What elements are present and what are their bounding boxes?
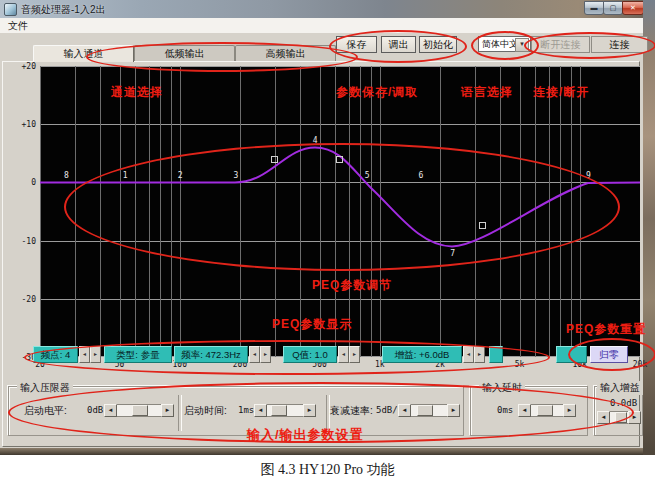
eq-band-marker[interactable]: 8 [64,171,69,180]
annotation-peq-adjust: PEQ参数调节 [312,277,392,294]
arrow-right-icon[interactable]: ► [260,346,271,363]
slider-track[interactable] [531,404,563,417]
initialize-button[interactable]: 初始化 [419,36,457,53]
arrow-right-icon[interactable]: ► [474,346,485,363]
slider-thumb[interactable] [417,405,433,416]
eq-band-marker[interactable]: 9 [586,171,591,180]
eq-curve [40,66,640,357]
slider-track[interactable] [610,411,628,424]
save-button[interactable]: 保存 [336,36,377,53]
y-tick-label: 0 [14,178,36,187]
annotation-channel-select: 通道选择 [111,84,163,101]
delay-group-title: 输入延时 [479,381,525,395]
arrow-left-icon[interactable]: ◄ [254,404,267,417]
annotation-param-save: 参数保存/调取 [336,84,418,101]
peq-reset-button[interactable]: 归零 [590,346,628,363]
arrow-right-icon[interactable]: ► [303,404,316,417]
arrow-right-icon[interactable]: ► [628,411,641,424]
arrow-right-icon[interactable]: ► [563,404,576,417]
language-select[interactable]: 简体中文 ▼ [478,36,531,52]
arrow-left-icon[interactable]: ◄ [338,346,349,363]
release-label: 衰减速率: [330,404,373,418]
peq-q-stepper[interactable]: ◄► [338,346,360,363]
curve-handle[interactable] [336,156,343,163]
tab-high-output[interactable]: 高频输出 [235,45,336,61]
eq-band-marker[interactable]: 3 [234,171,239,180]
close-button[interactable]: ✕ [622,1,644,15]
eq-band-marker[interactable]: 6 [419,171,424,180]
input-gain-slider[interactable]: ◄ ► [597,411,641,424]
arrow-right-icon[interactable]: ► [447,404,460,417]
app-icon [4,3,17,16]
arrow-right-icon[interactable]: ► [90,346,101,363]
eq-band-marker[interactable]: 2 [178,171,183,180]
arrow-left-icon[interactable]: ◄ [79,346,90,363]
disconnect-button[interactable]: 断开连接 [531,36,590,53]
desktop-edge [643,0,655,455]
peq-spacer-segment [489,346,503,363]
maximize-button[interactable]: ▢ [603,1,623,15]
y-tick-label: +20 [14,62,36,71]
arrow-left-icon[interactable]: ◄ [104,404,117,417]
eq-band-marker[interactable]: 1 [123,171,128,180]
window-bottom-border [0,448,643,455]
tab-input-channel[interactable]: 输入通道 [33,45,134,62]
delay-value: 0ms [497,405,513,415]
x-tick-label: 20k [627,360,653,369]
x-tick-label: 5k [507,360,533,369]
eq-band-marker[interactable]: 7 [450,249,455,258]
y-tick-label: -20 [14,295,36,304]
attack-value: 1ms [238,405,254,415]
eq-band-marker[interactable]: 4 [313,136,318,145]
compressor-group-title: 输入压限器 [17,381,73,395]
slider-track[interactable] [411,404,447,417]
attack-slider[interactable]: ◄ ► [254,404,316,417]
arrow-left-icon[interactable]: ◄ [398,404,411,417]
arrow-left-icon[interactable]: ◄ [463,346,474,363]
chevron-down-icon[interactable]: ▼ [515,38,529,52]
tab-low-output[interactable]: 低频输出 [134,45,235,61]
arrow-right-icon[interactable]: ► [161,404,174,417]
minimize-button[interactable]: ▬ [584,1,604,15]
threshold-slider[interactable]: ◄ ► [104,404,174,417]
threshold-value: 0dB [87,405,103,415]
peq-band-field[interactable]: 频点: 4 [33,346,78,363]
recall-button[interactable]: 调出 [381,36,416,53]
peq-gain-field[interactable]: 增益: +6.0dB [382,346,462,363]
peq-q-field[interactable]: Q值: 1.0 [283,346,337,363]
slider-track[interactable] [117,404,161,417]
arrow-right-icon[interactable]: ► [349,346,360,363]
slider-track[interactable] [267,404,303,417]
arrow-left-icon[interactable]: ◄ [518,404,531,417]
input-gain-value: 0.0dB [610,398,637,408]
arrow-left-icon[interactable]: ◄ [597,411,610,424]
window-title: 音频处理器-1入2出 [21,3,105,17]
menu-file[interactable]: 文件 [8,19,28,33]
menu-bar: 文件 [0,18,643,34]
connect-button[interactable]: 连接 [591,36,648,53]
slider-thumb[interactable] [271,405,287,416]
eq-graph[interactable]: 812345679 [40,66,640,357]
peq-frequency-stepper[interactable]: ◄► [249,346,271,363]
slider-thumb[interactable] [132,405,148,416]
peq-band-stepper[interactable]: ◄► [79,346,101,363]
annotation-language-select: 语言选择 [461,84,513,101]
maximize-icon: ▢ [610,4,617,11]
close-icon: ✕ [630,4,636,11]
curve-handle[interactable] [271,156,278,163]
peq-frequency-field[interactable]: 频率: 472.3Hz [174,346,248,363]
divider [178,395,182,431]
slider-thumb[interactable] [537,405,553,416]
title-bar: 音频处理器-1入2出 ▬ ▢ ✕ [0,0,643,19]
curve-handle[interactable] [479,222,486,229]
arrow-left-icon[interactable]: ◄ [249,346,260,363]
slider-thumb[interactable] [615,412,627,423]
eq-band-marker[interactable]: 5 [365,171,370,180]
delay-slider[interactable]: ◄ ► [518,404,576,417]
minimize-icon: ▬ [591,4,598,11]
annotation-connect-disconnect: 连接/断开 [533,84,589,101]
y-tick-label: -10 [14,237,36,246]
peq-gain-stepper[interactable]: ◄► [463,346,485,363]
release-slider[interactable]: ◄ ► [398,404,460,417]
peq-type-field[interactable]: 类型: 参量 [104,346,172,363]
